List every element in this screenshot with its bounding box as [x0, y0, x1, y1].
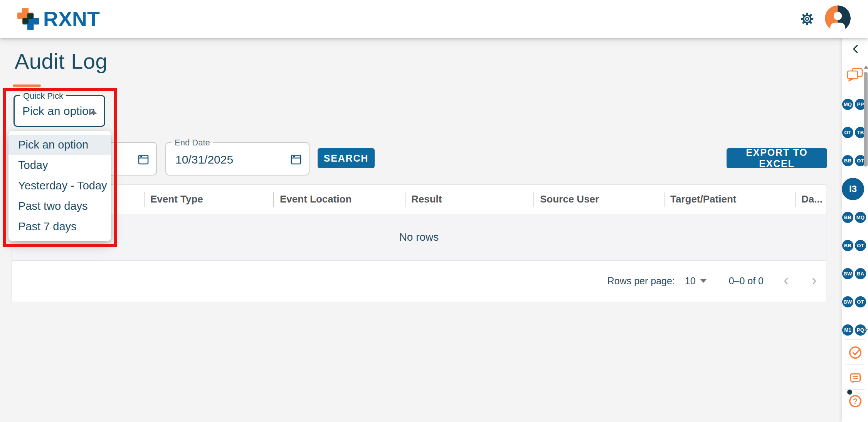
next-page-button[interactable] [809, 275, 819, 288]
avatar-badge-row: OT TB [842, 127, 867, 138]
user-badge[interactable]: BA [855, 268, 866, 279]
user-badge[interactable]: BW [842, 268, 853, 279]
user-badge[interactable]: OT [855, 240, 866, 251]
scrollbar-up-arrow[interactable] [864, 66, 868, 69]
settings-gear-icon[interactable] [799, 10, 816, 27]
user-badge[interactable]: MQ [842, 99, 853, 110]
quick-pick-label: Quick Pick [20, 91, 66, 101]
divider [845, 339, 865, 340]
avatar-badge-row: BB OT [842, 155, 867, 166]
previous-page-button[interactable] [781, 275, 791, 288]
user-badge[interactable]: BW [842, 296, 853, 307]
pagination-range: 0–0 of 0 [729, 275, 764, 287]
collapse-chevron-icon[interactable] [852, 44, 860, 54]
user-badge[interactable]: OT [842, 127, 853, 138]
menu-option[interactable]: Today [8, 155, 111, 176]
user-badge[interactable]: BB [842, 155, 853, 166]
menu-option[interactable]: Yesterday - Today [8, 176, 111, 196]
avatar-badge-row: M1 PQ [842, 324, 867, 336]
table-header-row: Event Type Event Location Result Source … [12, 185, 826, 214]
user-badge-large[interactable]: I3 [842, 178, 864, 200]
column-header[interactable]: Event Type [144, 185, 273, 214]
title-underline [13, 84, 41, 87]
empty-rows-message: No rows [399, 231, 439, 243]
column-header[interactable]: Event Location [273, 185, 405, 214]
column-header[interactable]: Target/Patient [664, 185, 795, 214]
help-icon[interactable]: ? [848, 394, 862, 408]
user-badge[interactable]: MQ [855, 212, 866, 223]
rows-per-page-select[interactable]: 10 [685, 275, 707, 287]
chat-bubbles-icon[interactable] [846, 67, 864, 83]
column-header[interactable]: Da... [795, 185, 826, 214]
avatar-badge-row: BB MQ [842, 212, 867, 223]
end-date-field[interactable]: End Date 10/31/2025 [165, 142, 310, 176]
calendar-icon[interactable] [137, 153, 150, 166]
avatar-badge-row: BW BA [842, 268, 867, 279]
avatar-badge-row: MQ PP [842, 99, 867, 110]
notification-dot [847, 390, 852, 395]
user-badge[interactable]: OT [855, 296, 866, 307]
rxnt-logo[interactable]: RXNT [17, 7, 100, 31]
user-badge[interactable]: BB [842, 212, 853, 223]
table-footer: Rows per page: 10 0–0 of 0 [12, 260, 826, 301]
quick-pick-value: Pick an option [22, 105, 95, 118]
divider [845, 389, 865, 390]
export-to-excel-button[interactable]: EXPORT TO EXCEL [727, 148, 827, 168]
check-circle-icon[interactable] [848, 345, 863, 360]
end-date-value: 10/31/2025 [175, 153, 233, 166]
rows-per-page-value: 10 [685, 275, 696, 287]
divider [845, 365, 865, 365]
quick-pick-menu: Pick an option Today Yesterday - Today P… [8, 131, 111, 241]
page-title: Audit Log [15, 49, 108, 74]
user-badge[interactable]: BB [842, 240, 853, 251]
column-header[interactable]: Result [405, 185, 533, 214]
rxnt-cross-icon [17, 7, 40, 31]
app-header: RXNT [0, 0, 868, 38]
audit-log-table: Event Type Event Location Result Source … [12, 184, 826, 302]
table-body: No rows [12, 214, 826, 260]
end-date-label: End Date [172, 137, 213, 148]
calendar-icon[interactable] [289, 153, 303, 166]
user-badge[interactable]: M1 [842, 324, 853, 336]
menu-option[interactable]: Past 7 days [8, 216, 111, 237]
rows-per-page-label: Rows per page: [607, 275, 675, 287]
search-button[interactable]: SEARCH [318, 148, 375, 168]
caret-down-icon [700, 279, 707, 283]
right-sidebar: MQ PP OT TB BB OT I3 BB MQ BB OT [842, 38, 868, 422]
avatar-badge-row: BW OT [842, 296, 867, 307]
user-avatar[interactable] [825, 5, 851, 31]
brand-name: RXNT [43, 7, 100, 31]
caret-up-icon [89, 110, 97, 114]
column-header[interactable]: Source User [533, 185, 664, 214]
menu-option[interactable]: Pick an option [8, 135, 111, 155]
scrollbar-down-arrow[interactable] [864, 329, 868, 332]
svg-text:?: ? [853, 397, 858, 405]
menu-option[interactable]: Past two days [8, 196, 111, 216]
scrollbar-thumb[interactable] [864, 72, 868, 167]
comment-icon[interactable] [848, 372, 862, 385]
avatar-badge-row: BB OT [842, 240, 867, 251]
divider [845, 90, 865, 90]
quick-pick-select[interactable]: Quick Pick Pick an option [13, 95, 105, 127]
